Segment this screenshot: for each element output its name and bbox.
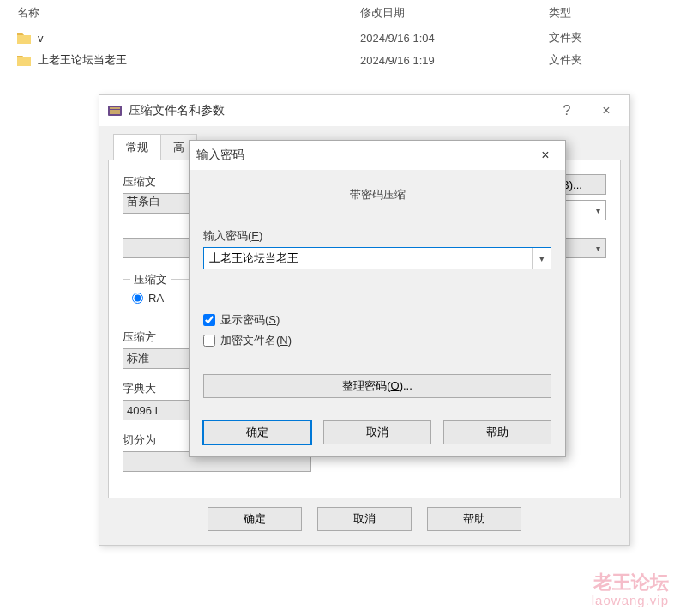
pwd-dialog-title: 输入密码: [196, 148, 533, 163]
checkbox-input[interactable]: [203, 335, 215, 347]
file-name: v: [38, 32, 44, 45]
tab-general[interactable]: 常规: [113, 134, 161, 160]
watermark: 老王论坛 laowang.vip: [592, 572, 669, 607]
svg-rect-1: [110, 107, 120, 109]
cancel-button[interactable]: 取消: [323, 420, 431, 444]
chevron-down-icon: ▾: [596, 206, 600, 215]
svg-rect-3: [110, 112, 120, 114]
close-button[interactable]: ×: [587, 97, 626, 124]
password-combobox[interactable]: ▾: [203, 247, 551, 269]
ok-button[interactable]: 确定: [203, 420, 311, 444]
col-header-date[interactable]: 修改日期: [360, 5, 549, 21]
pwd-input-label: 输入密码(E): [203, 228, 551, 244]
file-row[interactable]: v 2024/9/16 1:04 文件夹: [0, 27, 686, 49]
file-date: 2024/9/16 1:19: [360, 54, 549, 67]
dialog-titlebar[interactable]: 压缩文件名和参数 ? ×: [99, 95, 629, 126]
folder-icon: [17, 32, 31, 44]
help-button[interactable]: 帮助: [443, 420, 551, 444]
encrypt-names-checkbox[interactable]: 加密文件名(N): [203, 333, 551, 348]
explorer-header: 名称 修改日期 类型: [0, 0, 686, 27]
ok-button[interactable]: 确定: [208, 507, 302, 531]
format-group-title: 压缩文: [130, 272, 171, 287]
file-type: 文件夹: [549, 30, 669, 45]
dialog-title: 压缩文件名和参数: [129, 103, 547, 118]
chevron-down-icon: ▾: [596, 244, 600, 253]
help-button[interactable]: ?: [547, 97, 587, 124]
pwd-subtitle: 带密码压缩: [203, 187, 551, 202]
pwd-titlebar[interactable]: 输入密码 ×: [190, 141, 565, 170]
checkbox-input[interactable]: [203, 314, 215, 326]
radio-input[interactable]: [132, 293, 143, 304]
manage-passwords-button[interactable]: 整理密码(O)...: [203, 374, 551, 398]
close-button[interactable]: ×: [533, 148, 558, 163]
show-password-checkbox[interactable]: 显示密码(S): [203, 312, 551, 328]
pwd-dialog-buttons: 确定 取消 帮助: [190, 410, 565, 456]
file-row[interactable]: 上老王论坛当老王 2024/9/16 1:19 文件夹: [0, 49, 686, 71]
file-date: 2024/9/16 1:04: [360, 32, 549, 45]
svg-rect-2: [110, 110, 120, 112]
dialog-buttons: 确定 取消 帮助: [108, 498, 621, 534]
folder-icon: [17, 54, 31, 66]
password-input[interactable]: [204, 249, 532, 268]
col-header-type[interactable]: 类型: [549, 5, 669, 21]
password-dialog: 输入密码 × 带密码压缩 输入密码(E) ▾ 显示密码(S) 加密文件名(N) …: [189, 140, 566, 457]
chevron-down-icon[interactable]: ▾: [532, 248, 551, 269]
help-button[interactable]: 帮助: [427, 507, 521, 531]
file-name: 上老王论坛当老王: [38, 52, 127, 68]
winrar-icon: [106, 102, 123, 119]
cancel-button[interactable]: 取消: [317, 507, 412, 531]
file-type: 文件夹: [549, 52, 669, 68]
col-header-name[interactable]: 名称: [17, 5, 360, 21]
